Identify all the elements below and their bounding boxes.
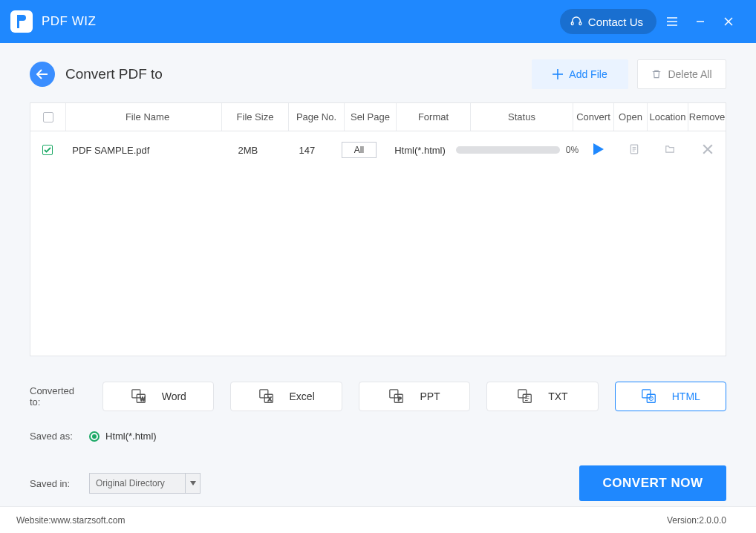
format-excel-button[interactable]: X Excel [230,382,342,411]
row-open-button[interactable] [629,143,639,157]
saved-in-value: Original Directory [90,478,185,488]
version-value: 2.0.0.0 [699,515,726,526]
format-ppt-label: PPT [420,390,440,402]
grid-header: File Name File Size Page No. Sel Page Fo… [30,103,726,131]
format-txt-label: TXT [548,390,567,402]
col-selpage: Sel Page [345,103,397,131]
format-ppt-button[interactable]: P PPT [359,382,470,411]
contact-us-label: Contact Us [588,16,643,28]
page-title: Convert PDF to [65,66,163,82]
svg-text:X: X [267,396,271,402]
format-txt-button[interactable]: TXT [486,382,598,411]
close-icon [724,17,733,26]
txt-icon [517,388,533,405]
svg-text:P: P [398,396,402,402]
col-convert: Convert [573,103,614,131]
html-icon [641,388,657,405]
saved-as-label: Saved as: [30,431,89,442]
minimize-button[interactable] [688,9,713,34]
headset-icon [570,16,582,27]
format-html-button[interactable]: HTML [615,382,726,411]
row-checkbox[interactable] [42,145,53,155]
minimize-icon [696,17,705,26]
cell-filename: PDF SAMPLE.pdf [65,131,215,169]
website-link[interactable]: www.starzsoft.com [50,515,125,526]
saved-in-select[interactable]: Original Directory [89,473,201,494]
col-location: Location [648,103,688,131]
col-open: Open [614,103,648,131]
row-convert-button[interactable] [593,143,604,157]
col-filename: File Name [66,103,222,131]
grid-empty-area [30,169,726,356]
ppt-icon: P [388,388,405,405]
convert-now-button[interactable]: CONVERT NOW [579,465,726,501]
col-format: Format [397,103,471,131]
saved-as-value: Html(*.html) [105,431,157,442]
add-file-button[interactable]: Add File [532,59,628,89]
menu-button[interactable] [659,9,685,34]
delete-all-button[interactable]: Delete All [637,59,726,89]
svg-rect-27 [642,390,651,398]
col-status: Status [471,103,573,131]
converted-to-label: Converted to: [30,385,86,408]
trash-icon [651,69,662,79]
row-location-button[interactable] [663,144,677,157]
chevron-down-icon [185,474,200,493]
word-icon: W [131,388,147,405]
select-all-checkbox[interactable] [43,112,53,122]
footer: Website: www.starzsoft.com Version: 2.0.… [0,506,756,533]
svg-text:W: W [140,396,145,402]
progress-percent: 0% [566,145,579,155]
file-grid: File Name File Size Page No. Sel Page Fo… [30,102,726,356]
contact-us-button[interactable]: Contact Us [560,9,656,34]
col-filesize: File Size [222,103,289,131]
app-title: PDF WIZ [42,14,96,29]
sel-page-button[interactable]: All [342,142,377,158]
progress-bar [456,146,560,154]
svg-rect-0 [571,22,573,25]
cell-format: Html(*.html) [384,131,456,169]
col-pageno: Page No. [289,103,345,131]
arrow-left-icon [36,69,48,79]
add-file-label: Add File [569,68,607,80]
table-row: PDF SAMPLE.pdf 2MB 147 All Html(*.html) … [30,131,726,169]
close-button[interactable] [716,9,741,34]
svg-rect-1 [579,22,581,25]
cell-filesize: 2MB [215,131,280,169]
website-label: Website: [16,515,50,526]
cell-pageno: 147 [280,131,333,169]
format-word-button[interactable]: W Word [102,382,214,411]
menu-icon [667,17,677,26]
svg-rect-19 [259,390,267,398]
back-button[interactable] [30,62,55,87]
version-label: Version: [667,515,699,526]
x-icon [703,144,713,154]
format-word-label: Word [162,390,186,402]
app-logo [10,10,33,33]
play-icon [593,143,604,155]
plus-icon [553,69,563,79]
col-remove: Remove [688,103,726,131]
saved-in-label: Saved in: [30,478,89,489]
format-html-label: HTML [672,390,700,402]
excel-icon: X [258,388,275,405]
row-remove-button[interactable] [703,144,713,157]
saved-as-radio[interactable] [89,431,100,442]
titlebar: PDF WIZ Contact Us [0,0,756,43]
document-icon [629,143,639,155]
svg-rect-22 [390,390,398,398]
format-excel-label: Excel [290,390,315,402]
svg-rect-16 [132,390,140,398]
delete-all-label: Delete All [668,68,711,80]
folder-icon [663,144,677,154]
